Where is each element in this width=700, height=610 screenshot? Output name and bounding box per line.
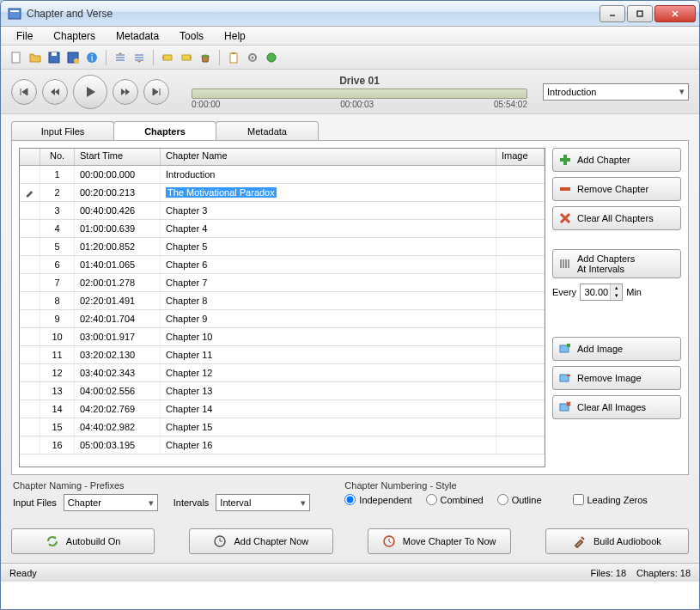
row-name[interactable]: Chapter 3 <box>161 202 496 219</box>
row-start: 03:40:02.343 <box>75 364 161 381</box>
spin-down[interactable]: ▼ <box>611 292 622 300</box>
list-up-icon[interactable] <box>131 49 148 66</box>
gear-icon[interactable] <box>244 49 261 66</box>
menu-file[interactable]: File <box>8 28 41 44</box>
interval-input[interactable] <box>581 287 610 297</box>
naming-title: Chapter Naming - Prefixes <box>13 480 310 491</box>
table-row[interactable]: 601:40:01.065Chapter 6 <box>20 256 545 274</box>
add-chapter-button[interactable]: Add Chapter <box>552 148 681 172</box>
radio-independent[interactable]: Independent <box>344 494 411 505</box>
chapter-selector-combo[interactable]: Introduction <box>543 83 689 101</box>
row-start: 01:00:00.639 <box>75 220 161 237</box>
clear-chapters-button[interactable]: Clear All Chapters <box>552 206 681 230</box>
table-row[interactable]: 1304:00:02.556Chapter 13 <box>20 382 545 400</box>
play-button[interactable] <box>73 75 107 109</box>
row-name[interactable]: Chapter 4 <box>161 220 496 237</box>
tab-metadata[interactable]: Metadata <box>216 121 319 140</box>
interval-spinner[interactable]: ▲▼ <box>580 284 623 301</box>
table-row[interactable]: 802:20:01.491Chapter 8 <box>20 292 545 310</box>
col-edit[interactable] <box>20 149 40 165</box>
remove-chapter-button[interactable]: Remove Chapter <box>552 177 681 201</box>
table-row[interactable]: 902:40:01.704Chapter 9 <box>20 310 545 328</box>
table-row[interactable]: 501:20:00.852Chapter 5 <box>20 238 545 256</box>
track-progress[interactable] <box>192 88 527 99</box>
row-name[interactable]: Chapter 9 <box>161 310 496 327</box>
new-icon[interactable] <box>8 49 25 66</box>
tab-input-files[interactable]: Input Files <box>11 121 114 140</box>
rewind-button[interactable] <box>42 79 68 105</box>
min-label: Min <box>626 287 642 297</box>
row-no: 11 <box>40 346 75 363</box>
every-label: Every <box>552 287 576 297</box>
row-name[interactable]: Chapter 16 <box>161 436 496 454</box>
table-row[interactable]: 1404:20:02.769Chapter 14 <box>20 400 545 418</box>
table-row[interactable]: 1203:40:02.343Chapter 12 <box>20 364 545 382</box>
svg-rect-1 <box>10 10 19 12</box>
table-row[interactable]: 1504:40:02.982Chapter 15 <box>20 418 545 436</box>
save-as-icon[interactable] <box>64 49 82 66</box>
tag-left-icon[interactable] <box>159 49 176 66</box>
col-no[interactable]: No. <box>40 149 75 165</box>
add-chapter-now-button[interactable]: Add Chapter Now <box>189 528 332 554</box>
menu-tools[interactable]: Tools <box>171 28 212 44</box>
row-name[interactable]: Chapter 10 <box>161 328 496 345</box>
tab-chapters[interactable]: Chapters <box>113 121 216 140</box>
build-audiobook-button[interactable]: Build Audiobook <box>545 528 689 554</box>
row-name[interactable]: Chapter 5 <box>161 238 496 255</box>
menu-help[interactable]: Help <box>216 28 254 44</box>
col-image[interactable]: Image <box>496 149 545 165</box>
menu-metadata[interactable]: Metadata <box>107 28 167 44</box>
list-down-icon[interactable] <box>112 49 129 66</box>
skip-forward-button[interactable] <box>143 79 169 105</box>
table-row[interactable]: 401:00:00.639Chapter 4 <box>20 220 545 238</box>
remove-image-button[interactable]: Remove Image <box>552 366 681 390</box>
col-start[interactable]: Start Time <box>75 149 161 165</box>
tag-right-icon[interactable] <box>178 49 195 66</box>
clipboard-icon[interactable] <box>225 49 242 66</box>
forward-button[interactable] <box>113 79 138 105</box>
autobuild-button[interactable]: Autobuild On <box>11 528 155 554</box>
close-button[interactable] <box>654 5 696 22</box>
row-start: 00:00:00.000 <box>75 166 161 183</box>
row-name[interactable]: Introduction <box>161 166 496 183</box>
row-name[interactable]: Chapter 13 <box>161 382 496 400</box>
spin-up[interactable]: ▲ <box>611 284 622 292</box>
table-row[interactable]: 1605:00:03.195Chapter 16 <box>20 436 545 454</box>
add-at-intervals-button[interactable]: Add ChaptersAt Intervals <box>552 249 681 278</box>
row-name[interactable]: Chapter 15 <box>161 418 496 436</box>
globe-icon[interactable] <box>263 49 280 66</box>
maximize-button[interactable] <box>627 5 653 22</box>
move-chapter-button[interactable]: Move Chapter To Now <box>368 528 511 554</box>
intervals-label: Intervals <box>173 497 210 508</box>
bucket-icon[interactable] <box>197 49 214 66</box>
radio-outline[interactable]: Outline <box>497 494 542 505</box>
add-image-button[interactable]: Add Image <box>552 337 681 361</box>
table-row[interactable]: 100:00:00.000Introduction <box>20 166 545 184</box>
table-row[interactable]: 1003:00:01.917Chapter 10 <box>20 328 545 346</box>
skip-back-button[interactable] <box>11 79 37 105</box>
open-icon[interactable] <box>27 49 44 66</box>
input-files-combo[interactable]: Chapter <box>64 494 158 511</box>
row-name[interactable]: Chapter 7 <box>161 274 496 291</box>
info-icon[interactable]: i <box>83 49 100 66</box>
clear-images-button[interactable]: Clear All Images <box>552 395 681 419</box>
clear-images-icon <box>558 400 572 414</box>
table-row[interactable]: 300:40:00.426Chapter 3 <box>20 202 545 220</box>
row-name[interactable]: Chapter 14 <box>161 400 496 418</box>
table-row[interactable]: 702:00:01.278Chapter 7 <box>20 274 545 292</box>
row-name[interactable]: Chapter 12 <box>161 364 496 381</box>
table-row[interactable]: 1103:20:02.130Chapter 11 <box>20 346 545 364</box>
col-name[interactable]: Chapter Name <box>161 149 496 165</box>
minimize-button[interactable] <box>600 5 625 22</box>
save-icon[interactable] <box>46 49 63 66</box>
intervals-combo[interactable]: Interval <box>216 494 310 511</box>
check-leading-zeros[interactable]: Leading Zeros <box>573 494 648 505</box>
row-name[interactable]: Chapter 11 <box>161 346 496 363</box>
row-name[interactable]: The Motivational Paradox <box>161 184 496 201</box>
menu-chapters[interactable]: Chapters <box>45 28 104 44</box>
row-name[interactable]: Chapter 6 <box>161 256 496 273</box>
row-image <box>496 202 545 219</box>
radio-combined[interactable]: Combined <box>426 494 484 505</box>
row-name[interactable]: Chapter 8 <box>161 292 496 309</box>
table-row[interactable]: 200:20:00.213The Motivational Paradox <box>20 184 545 202</box>
